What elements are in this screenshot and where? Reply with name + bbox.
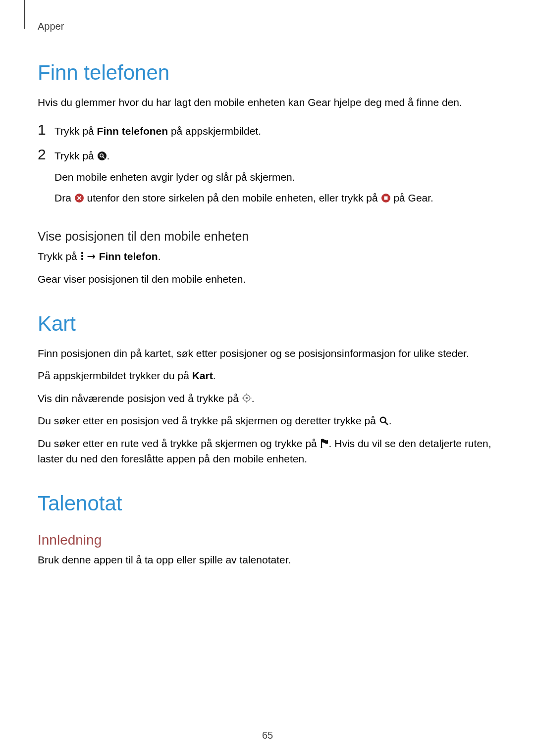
step-subtext: Den mobile enheten avgir lyder og slår p… [54,169,497,186]
search-circle-icon [97,151,107,161]
svg-point-0 [98,151,107,160]
svg-point-8 [81,252,83,254]
text-frag: . [389,415,392,426]
text-frag: . [158,251,161,262]
paragraph: Finn posisjonen din på kartet, søk etter… [38,346,497,361]
step-text: . [107,150,110,161]
paragraph: Du søker etter en posisjon ved å trykke … [38,413,497,429]
directions-flag-icon [320,438,329,448]
paragraph: Bruk denne appen til å ta opp eller spil… [38,552,497,568]
paragraph: Hvis du glemmer hvor du har lagt den mob… [38,95,497,110]
location-crosshair-icon [242,393,252,403]
dismiss-circle-icon [74,193,84,203]
paragraph: Vis din nåværende posisjon ved å trykke … [38,391,497,406]
step-text-bold: Finn telefonen [97,125,168,137]
page-root: Apper Finn telefonen Hvis du glemmer hvo… [0,0,535,756]
text-frag: Du søker etter en rute ved å trykke på s… [38,438,320,449]
page-number: 65 [0,730,535,741]
search-icon [379,416,389,426]
text-frag-bold: Finn telefon [99,251,158,262]
text-frag: Dra [54,192,74,203]
paragraph: Gear viser posisjonen til den mobile enh… [38,271,497,287]
step-2: 2 Trykk på . Den mobile enheten avgir ly… [38,147,497,214]
heading-talenotat: Talenotat [38,492,497,515]
text-frag: utenfor den store sirkelen på den mobile… [87,192,381,203]
text-frag: Du søker etter en posisjon ved å trykke … [38,415,379,426]
svg-point-17 [380,417,385,422]
svg-point-10 [81,258,83,260]
paragraph: På appskjermbildet trykker du på Kart. [38,368,497,384]
paragraph: Trykk på → Finn telefon. [38,249,497,265]
subheading-innledning: Innledning [38,532,497,548]
more-vert-icon [80,251,84,261]
step-1: 1 Trykk på Finn telefonen på appskjermbi… [38,122,497,148]
side-rule [24,0,25,29]
text-frag: Vis din nåværende posisjon ved å trykke … [38,393,242,404]
text-frag-bold: Kart [192,370,213,381]
text-frag: på Gear. [393,192,433,203]
step-list: 1 Trykk på Finn telefonen på appskjermbi… [38,122,497,214]
arrow-icon: → [87,251,99,262]
step-text: på appskjermbildet. [168,125,261,137]
text-frag: . [252,393,255,404]
svg-point-9 [81,255,83,257]
stop-circle-icon [381,193,391,203]
svg-line-18 [385,422,388,425]
text-frag: . [213,370,216,381]
svg-rect-7 [384,196,387,200]
heading-kart: Kart [38,312,497,336]
paragraph: Du søker etter en rute ved å trykke på s… [38,436,497,467]
step-text: Trykk på [54,150,97,161]
header-section-label: Apper [38,21,497,32]
svg-point-12 [245,397,248,400]
step-number: 2 [38,143,46,166]
heading-finn-telefonen: Finn telefonen [38,61,497,85]
text-frag: På appskjermbildet trykker du på [38,370,192,381]
subheading-vise-posisjon: Vise posisjonen til den mobile enheten [38,229,497,244]
step-number: 1 [38,118,46,142]
svg-point-19 [321,447,322,449]
text-frag: Trykk på [38,251,80,262]
step-text: Trykk på [54,125,97,137]
step-subtext: Dra utenfor den store sirkelen på den mo… [54,190,497,206]
